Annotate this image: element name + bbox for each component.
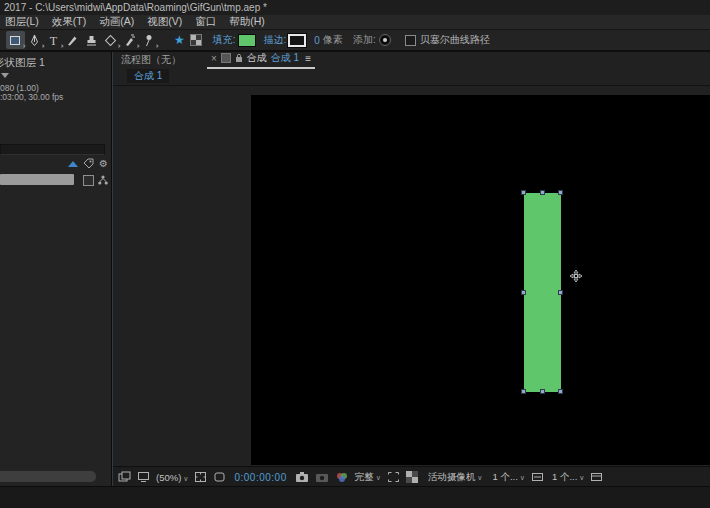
tool-creates-shape-button[interactable]: ★ <box>174 34 185 46</box>
magnification-dropdown[interactable]: (50%)∨ <box>156 472 188 483</box>
stroke-width-unit: 像素 <box>323 33 343 47</box>
stroke-color-swatch[interactable] <box>288 34 306 47</box>
selection-handle[interactable] <box>521 190 526 195</box>
composition-panel-label: 合成 <box>247 51 267 65</box>
gear-icon[interactable]: ⚙ <box>99 159 108 169</box>
chevron-down-icon: ∨ <box>183 475 188 482</box>
zoom-value: (50%) <box>156 472 181 483</box>
project-panel: 形状图层 1 080 (1.00) :03:00, 30.00 fps ⚙ <box>0 52 112 487</box>
snapshot-camera-icon[interactable] <box>295 471 309 483</box>
puppet-pin-tool-button[interactable] <box>139 31 158 49</box>
panel-thumbnail-icon <box>221 53 231 63</box>
selection-handle[interactable] <box>558 190 563 195</box>
project-horizontal-scrollbar[interactable] <box>0 471 96 482</box>
primary-viewer-button[interactable] <box>137 471 150 483</box>
tab-flowchart[interactable]: 流程图（无） <box>121 53 181 67</box>
bezier-path-label: 贝塞尔曲线路径 <box>420 33 490 47</box>
brush-tool-icon <box>65 33 80 48</box>
rectangle-tool-button[interactable] <box>6 31 25 49</box>
composition-bottom-bar: (50%)∨ 0:00:00:00 完整∨ <box>113 466 710 487</box>
render-queue-icon[interactable] <box>97 174 109 186</box>
resolution-value: 完整 <box>355 471 374 482</box>
panel-tab-row: 流程图（无） × 合成 合成 1 ≡ <box>113 52 710 67</box>
close-icon[interactable]: × <box>211 53 217 64</box>
fast-preview-dropdown[interactable]: 1 个...∨ <box>552 471 584 484</box>
title-bar: 2017 - C:\Users\midwi\AppData\Roaming\Gi… <box>0 0 710 15</box>
twirl-down-icon[interactable] <box>1 73 9 78</box>
viewer-tab-row: 合成 1 <box>113 67 710 85</box>
add-label: 添加: <box>353 33 376 47</box>
add-property-button[interactable] <box>379 34 391 46</box>
lock-icon[interactable] <box>235 53 243 63</box>
menu-window[interactable]: 窗口 <box>195 15 216 29</box>
composition-name-label: 合成 1 <box>271 51 299 65</box>
selection-handle[interactable] <box>540 389 545 394</box>
chevron-down-icon: ∨ <box>520 474 525 481</box>
clone-stamp-tool-icon <box>84 33 99 48</box>
selection-handle[interactable] <box>540 190 545 195</box>
timeline-area-collapsed <box>0 486 710 508</box>
tool-creates-mask-button[interactable] <box>190 34 202 46</box>
region-of-interest-button[interactable] <box>387 471 400 483</box>
text-tool-button[interactable]: T <box>44 31 63 49</box>
window-title: 2017 - C:\Users\midwi\AppData\Roaming\Gi… <box>4 2 267 13</box>
brush-tool-button[interactable] <box>63 31 82 49</box>
pen-tool-button[interactable] <box>25 31 44 49</box>
tag-icon[interactable] <box>83 158 94 169</box>
composition-panel: 流程图（无） × 合成 合成 1 ≡ 合成 1 <box>112 52 710 487</box>
tool-bar: T <box>0 30 710 52</box>
after-effects-window: 2017 - C:\Users\midwi\AppData\Roaming\Gi… <box>0 0 710 508</box>
sort-triangle-icon[interactable] <box>68 161 78 167</box>
chevron-down-icon: ∨ <box>477 474 482 481</box>
project-search-field[interactable] <box>0 144 105 155</box>
bezier-path-checkbox[interactable] <box>405 35 416 46</box>
selection-handle[interactable] <box>521 290 526 295</box>
roto-brush-tool-button[interactable] <box>120 31 139 49</box>
chevron-down-icon: ∨ <box>376 474 381 481</box>
selection-handle[interactable] <box>558 389 563 394</box>
fast-preview-value: 1 个... <box>552 471 577 482</box>
composition-canvas[interactable] <box>251 95 710 465</box>
menu-effect[interactable]: 效果(T) <box>52 15 86 29</box>
resolution-dropdown[interactable]: 完整∨ <box>355 471 381 484</box>
transparency-grid-button[interactable] <box>406 471 418 483</box>
clone-stamp-tool-button[interactable] <box>82 31 101 49</box>
view-layout-dropdown[interactable]: 1 个...∨ <box>492 471 524 484</box>
fill-label[interactable]: 填充: <box>213 33 236 47</box>
menu-view[interactable]: 视图(V) <box>147 15 182 29</box>
chevron-down-icon: ∨ <box>579 474 584 481</box>
menu-help[interactable]: 帮助(H) <box>229 15 265 29</box>
viewer-tab-comp1[interactable]: 合成 1 <box>127 69 169 83</box>
camera-view-dropdown[interactable]: 活动摄像机∨ <box>428 471 483 484</box>
selection-handle[interactable] <box>521 389 526 394</box>
mask-visibility-button[interactable] <box>213 471 226 483</box>
always-preview-button[interactable] <box>118 471 131 483</box>
show-channel-button[interactable] <box>335 471 349 483</box>
selection-handle[interactable] <box>558 290 563 295</box>
eraser-tool-button[interactable] <box>101 31 120 49</box>
camera-view-value: 活动摄像机 <box>428 471 476 482</box>
shape-layer-rectangle[interactable] <box>524 193 561 392</box>
svg-text:T: T <box>50 34 58 48</box>
stroke-label[interactable]: 描边: <box>264 33 287 47</box>
menu-layer[interactable]: 图层(L) <box>5 15 39 29</box>
project-panel-scrollbar[interactable] <box>0 174 74 185</box>
pixel-aspect-correction-button[interactable] <box>531 471 544 483</box>
panel-menu-icon[interactable]: ≡ <box>305 53 311 64</box>
menu-animation[interactable]: 动画(A) <box>99 15 134 29</box>
project-selected-item-label[interactable]: 形状图层 1 <box>0 56 45 70</box>
timeline-button[interactable] <box>590 471 603 483</box>
show-snapshot-icon[interactable] <box>315 471 329 483</box>
fill-color-swatch[interactable] <box>238 34 256 47</box>
view-layout-value: 1 个... <box>492 471 517 482</box>
menu-bar: 图层(L) 效果(T) 动画(A) 视图(V) 窗口 帮助(H) <box>0 15 710 30</box>
project-bit-depth-button[interactable] <box>83 175 94 186</box>
grid-guides-button[interactable] <box>194 471 207 483</box>
stroke-width-value[interactable]: 0 <box>314 35 320 46</box>
anchor-point-cursor-icon <box>569 269 583 283</box>
project-item-info-time: :03:00, 30.00 fps <box>0 92 63 102</box>
current-time-display[interactable]: 0:00:00:00 <box>234 472 286 483</box>
composition-viewport[interactable] <box>113 85 710 467</box>
